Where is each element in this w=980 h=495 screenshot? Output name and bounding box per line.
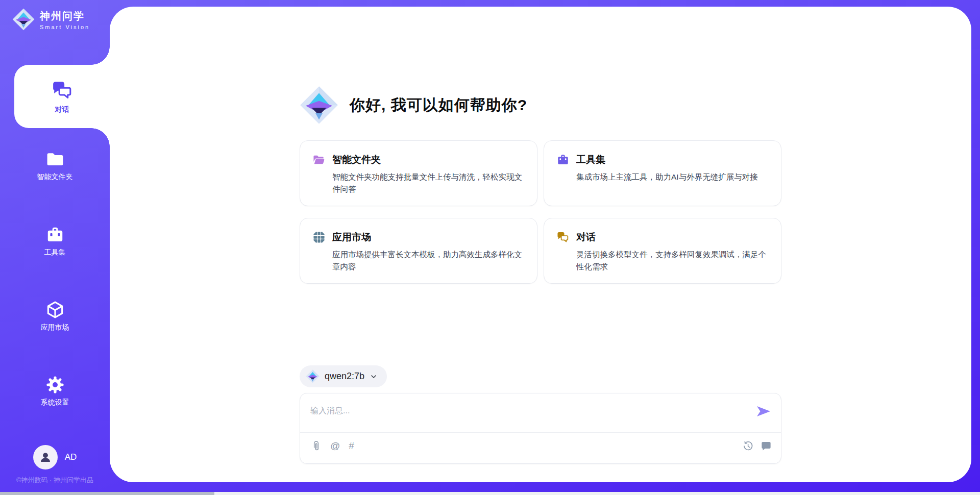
cube-icon (45, 300, 65, 319)
card-description: 应用市场提供丰富长文本模板，助力高效生成多样化文章内容 (332, 249, 525, 273)
sidebar-item-label: 系统设置 (41, 398, 69, 407)
greeting: 你好, 我可以如何帮助你? (300, 86, 781, 125)
brand-name: 神州问学 (40, 9, 90, 23)
card-description: 集成市场上主流工具，助力AI与外界无缝扩展与对接 (576, 171, 769, 183)
grid-icon (312, 231, 326, 244)
gem-icon (306, 369, 320, 383)
message-input[interactable] (310, 401, 745, 421)
composer-tools-right (742, 440, 772, 452)
card-title: 应用市场 (332, 231, 371, 244)
sidebar-item-label: 工具集 (44, 248, 66, 257)
greeting-logo-icon (300, 86, 338, 125)
chat-icon (51, 79, 74, 102)
scrollbar-thumb[interactable] (0, 492, 214, 495)
sidebar-footer: ©神州数码 · 神州问学出品 (0, 476, 110, 485)
greeting-text: 你好, 我可以如何帮助你? (350, 95, 527, 116)
brand-text: 神州问学 Smart Vision (40, 9, 90, 30)
sidebar-item-smart-folder[interactable]: 智能文件夹 (0, 150, 110, 182)
card-title: 对话 (576, 231, 596, 244)
card-app-market[interactable]: 应用市场 应用市场提供丰富长文本模板，助力高效生成多样化文章内容 (300, 218, 537, 284)
main-content: 你好, 我可以如何帮助你? 智能文件夹 智能文件夹功能支持批量文件上传与清洗，轻… (110, 7, 971, 482)
sidebar: 神州问学 Smart Vision 对话 智能文件夹 工具集 (0, 0, 110, 495)
sidebar-item-toolset[interactable]: 工具集 (0, 225, 110, 257)
brand: 神州问学 Smart Vision (12, 8, 90, 31)
avatar (33, 445, 58, 469)
main-panel: 你好, 我可以如何帮助你? 智能文件夹 智能文件夹功能支持批量文件上传与清洗，轻… (110, 7, 971, 482)
brand-subtitle: Smart Vision (40, 24, 90, 30)
composer-tools-left: @ # (310, 440, 354, 452)
card-description: 智能文件夹功能支持批量文件上传与清洗，轻松实现文件问答 (332, 171, 525, 195)
sidebar-item-settings[interactable]: 系统设置 (0, 375, 110, 407)
hash-icon[interactable]: # (349, 440, 354, 452)
card-title: 工具集 (576, 153, 605, 166)
card-header: 对话 (556, 231, 769, 244)
model-name: qwen2:7b (325, 371, 364, 382)
card-toolset[interactable]: 工具集 集成市场上主流工具，助力AI与外界无缝扩展与对接 (544, 140, 781, 206)
person-icon (38, 450, 53, 465)
at-icon[interactable]: @ (330, 440, 340, 452)
paperclip-icon[interactable] (310, 440, 322, 452)
card-title: 智能文件夹 (332, 153, 381, 166)
model-selector[interactable]: qwen2:7b (300, 365, 387, 387)
gear-icon (45, 375, 65, 394)
toolbox-icon (45, 225, 65, 244)
sidebar-item-chat[interactable]: 对话 (14, 65, 110, 128)
history-icon[interactable] (742, 440, 753, 452)
composer-divider (300, 432, 781, 433)
message-composer: @ # (300, 393, 781, 464)
sidebar-item-label: 对话 (55, 105, 69, 114)
user-profile[interactable]: AD (0, 445, 110, 469)
comment-icon[interactable] (761, 440, 772, 452)
horizontal-scrollbar[interactable] (0, 492, 980, 495)
sidebar-item-app-market[interactable]: 应用市场 (0, 300, 110, 332)
sidebar-item-label: 智能文件夹 (37, 172, 73, 182)
toolbox-icon (556, 153, 570, 166)
card-header: 应用市场 (312, 231, 525, 244)
card-chat[interactable]: 对话 灵活切换多模型文件，支持多样回复效果调试，满足个性化需求 (544, 218, 781, 284)
feature-cards: 智能文件夹 智能文件夹功能支持批量文件上传与清洗，轻松实现文件问答 工具集 集成… (300, 140, 781, 284)
brand-logo-icon (12, 8, 35, 31)
send-icon[interactable] (756, 406, 771, 417)
chevron-down-icon (370, 373, 378, 381)
open-folder-icon (312, 153, 326, 166)
user-initials: AD (65, 452, 77, 462)
folder-icon (45, 150, 65, 169)
card-description: 灵活切换多模型文件，支持多样回复效果调试，满足个性化需求 (576, 249, 769, 273)
card-header: 智能文件夹 (312, 153, 525, 166)
card-header: 工具集 (556, 153, 769, 166)
sidebar-item-label: 应用市场 (41, 323, 69, 332)
card-smart-folder[interactable]: 智能文件夹 智能文件夹功能支持批量文件上传与清洗，轻松实现文件问答 (300, 140, 537, 206)
chat-icon (556, 231, 570, 244)
